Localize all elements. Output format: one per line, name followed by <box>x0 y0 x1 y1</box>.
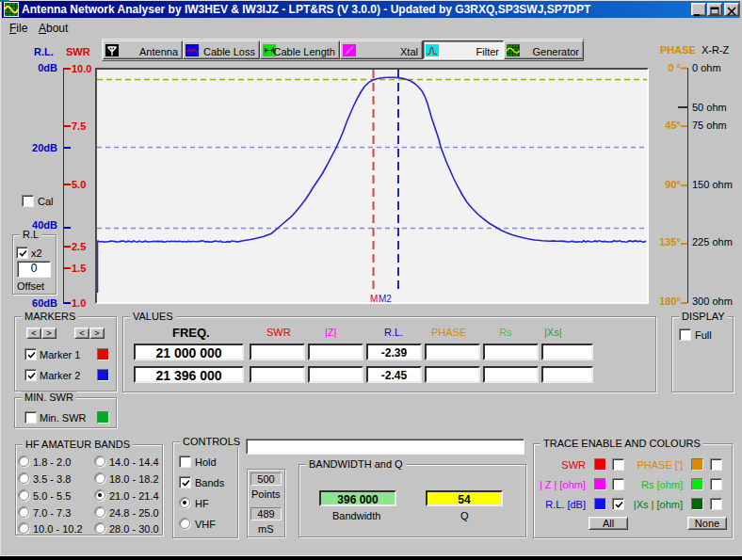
svg-text:M2: M2 <box>379 294 392 302</box>
svg-text:M: M <box>370 294 378 302</box>
